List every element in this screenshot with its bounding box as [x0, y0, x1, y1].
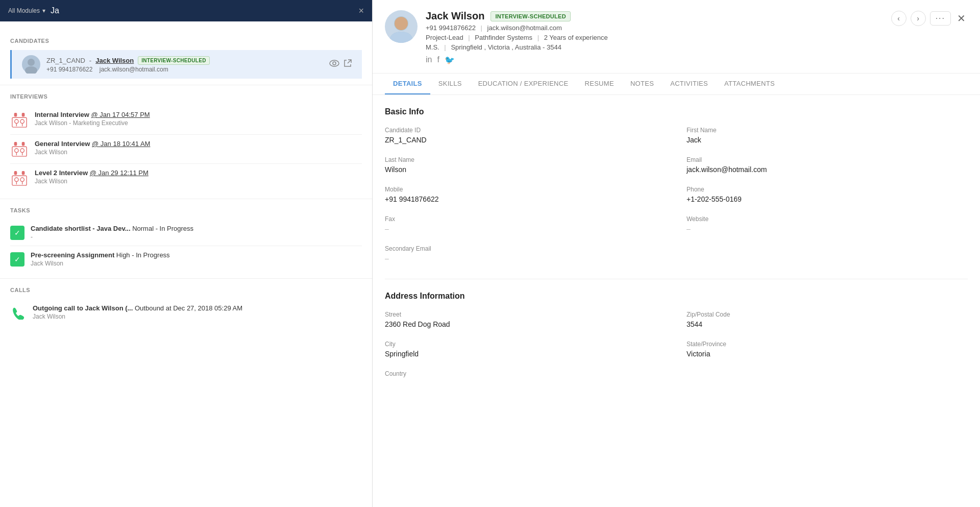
- tab-attachments[interactable]: ATTACHMENTS: [716, 74, 783, 94]
- details-content: Basic Info Candidate ID ZR_1_CAND First …: [373, 95, 980, 507]
- profile-contact: +91 9941876622 | jack.wilson@hotmail.com: [426, 24, 883, 32]
- fax-field: Fax –: [385, 215, 666, 233]
- task-item[interactable]: ✓ Candidate shortlist - Java Dev... Norm…: [10, 220, 362, 246]
- mobile-field: Mobile +91 9941876622: [385, 186, 666, 203]
- phone-label: Phone: [687, 186, 968, 193]
- candidates-section: CANDIDATES ZR_1_CAND - Jack Wilson INTER…: [0, 38, 372, 79]
- candidate-id-label: Candidate ID: [385, 127, 666, 134]
- candidate-id-field: Candidate ID ZR_1_CAND: [385, 127, 666, 144]
- task-icon: ✓: [10, 226, 24, 240]
- svg-point-20: [20, 178, 24, 182]
- task-meta: Normal - In Progress: [132, 225, 193, 232]
- facebook-icon[interactable]: f: [437, 55, 439, 65]
- website-label: Website: [687, 215, 968, 223]
- country-label: Country: [385, 370, 666, 377]
- linkedin-icon[interactable]: in: [426, 55, 432, 65]
- call-item[interactable]: Outgoing call to Jack Wilson (... Outbou…: [10, 299, 362, 326]
- mobile-label: Mobile: [385, 186, 666, 193]
- search-input[interactable]: [51, 6, 353, 15]
- profile-name: Jack Wilson: [426, 10, 484, 22]
- avatar: [22, 55, 40, 74]
- next-button[interactable]: ›: [911, 11, 926, 26]
- svg-point-12: [15, 149, 19, 153]
- module-selector[interactable]: All Modules ▾: [8, 7, 45, 14]
- task-title: Candidate shortlist - Java Dev...: [31, 225, 131, 232]
- interview-status-badge: INTERVIEW-SCHEDULED: [138, 56, 209, 65]
- interview-title: Internal Interview: [35, 111, 89, 118]
- interview-date: @ Jan 29 12:11 PM: [90, 169, 149, 177]
- profile-meta: Project-Lead | Pathfinder Systems | 2 Ye…: [426, 34, 883, 41]
- svg-rect-10: [22, 113, 25, 117]
- task-meta: High - In Progress: [116, 251, 170, 259]
- interview-item[interactable]: General Interview @ Jan 18 10:41 AM Jack…: [10, 135, 362, 164]
- search-results: CANDIDATES ZR_1_CAND - Jack Wilson INTER…: [0, 21, 372, 507]
- view-candidate-button[interactable]: [329, 59, 339, 69]
- website-value: –: [687, 225, 968, 233]
- calls-section-label: CALLS: [10, 287, 362, 293]
- phone-icon: [10, 304, 27, 321]
- svg-point-19: [15, 178, 19, 182]
- search-bar: All Modules ▾ ×: [0, 0, 372, 21]
- candidate-id: ZR_1_CAND: [46, 57, 85, 64]
- city-field: City Springfield: [385, 341, 666, 358]
- candidate-id-value: ZR_1_CAND: [385, 136, 666, 144]
- tab-details[interactable]: DETAILS: [385, 74, 430, 94]
- first-name-field: First Name Jack: [687, 127, 968, 144]
- tab-resume[interactable]: RESUME: [576, 74, 622, 94]
- clear-search-button[interactable]: ×: [358, 6, 364, 15]
- interview-icon: [10, 169, 29, 187]
- profile-header: Jack Wilson INTERVIEW-SCHEDULED +91 9941…: [373, 0, 980, 74]
- task-icon: ✓: [10, 252, 24, 267]
- tab-activities[interactable]: ACTIVITIES: [662, 74, 716, 94]
- svg-point-1: [25, 66, 37, 74]
- svg-rect-11: [12, 147, 27, 156]
- interview-item[interactable]: Internal Interview @ Jan 17 04:57 PM Jac…: [10, 106, 362, 135]
- last-name-field: Last Name Wilson: [385, 156, 666, 174]
- call-subtitle: Jack Wilson: [33, 313, 362, 320]
- basic-info-grid: Candidate ID ZR_1_CAND First Name Jack L…: [385, 127, 968, 262]
- svg-point-2: [330, 60, 339, 66]
- candidate-actions: [329, 59, 352, 69]
- task-subtitle: Jack Wilson: [31, 260, 362, 267]
- zip-field: Zip/Postal Code 3544: [687, 311, 968, 328]
- last-name-value: Wilson: [385, 165, 666, 174]
- interview-date: @ Jan 17 04:57 PM: [91, 111, 150, 118]
- svg-point-27: [390, 32, 412, 43]
- close-button[interactable]: ✕: [955, 10, 968, 27]
- tab-education[interactable]: EDUCATION / EXPERIENCE: [470, 74, 577, 94]
- svg-rect-24: [22, 171, 25, 175]
- open-candidate-button[interactable]: [344, 59, 352, 69]
- chevron-down-icon: ▾: [42, 7, 45, 14]
- more-options-button[interactable]: ···: [930, 11, 951, 26]
- address-info-heading: Address Information: [385, 292, 968, 301]
- call-detail: Outbound at Dec 27, 2018 05:29 AM: [135, 304, 242, 312]
- state-field: State/Province Victoria: [687, 341, 968, 358]
- previous-button[interactable]: ‹: [891, 11, 906, 26]
- interviews-section: INTERVIEWS Internal In: [0, 93, 372, 192]
- interviews-section-label: INTERVIEWS: [10, 93, 362, 100]
- fax-label: Fax: [385, 215, 666, 223]
- tab-notes[interactable]: NOTES: [622, 74, 662, 94]
- first-name-value: Jack: [687, 136, 968, 144]
- candidate-item[interactable]: ZR_1_CAND - Jack Wilson INTERVIEW-SCHEDU…: [10, 50, 362, 79]
- social-icons: in f 🐦: [426, 55, 883, 65]
- interview-subtitle: Jack Wilson: [35, 178, 362, 185]
- avatar: [385, 10, 418, 43]
- interview-item[interactable]: Level 2 Interview @ Jan 29 12:11 PM Jack…: [10, 164, 362, 192]
- candidate-name: Jack Wilson: [95, 57, 134, 64]
- interview-content: General Interview @ Jan 18 10:41 AM Jack…: [35, 140, 362, 156]
- svg-rect-17: [22, 142, 25, 146]
- country-field: Country: [385, 370, 666, 379]
- zip-label: Zip/Postal Code: [687, 311, 968, 318]
- twitter-icon[interactable]: 🐦: [445, 55, 455, 65]
- street-field: Street 2360 Red Dog Road: [385, 311, 666, 328]
- mobile-value: +91 9941876622: [385, 195, 666, 203]
- tab-skills[interactable]: SKILLS: [430, 74, 470, 94]
- task-item[interactable]: ✓ Pre-screening Assignment High - In Pro…: [10, 246, 362, 272]
- secondary-email-label: Secondary Email: [385, 245, 968, 252]
- svg-rect-18: [12, 176, 27, 185]
- candidates-section-label: CANDIDATES: [10, 38, 362, 44]
- interview-date: @ Jan 18 10:41 AM: [92, 140, 150, 148]
- header-actions: ‹ › ··· ✕: [891, 10, 968, 27]
- candidate-info: ZR_1_CAND - Jack Wilson INTERVIEW-SCHEDU…: [46, 56, 323, 73]
